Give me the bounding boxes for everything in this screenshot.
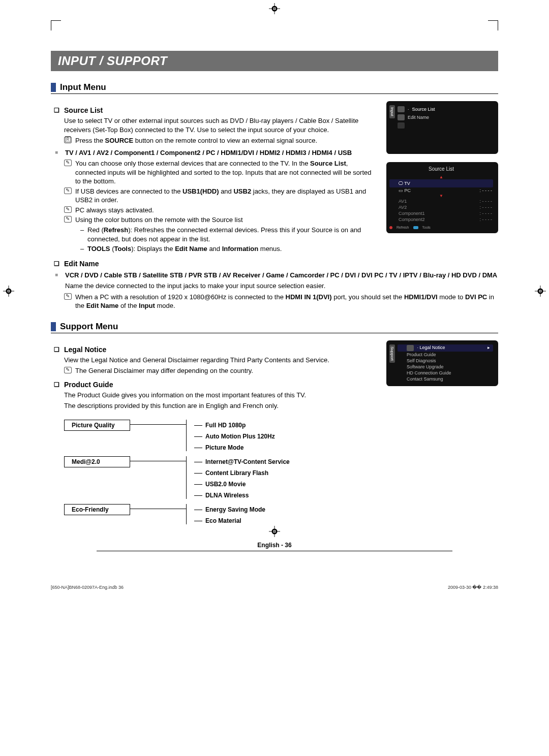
blank-icon <box>398 122 405 129</box>
osd-source-list: Source List ▲ 🖵 TV ▭ PC: - - - - ▼ AV1: … <box>386 162 498 233</box>
text-bold: Input <box>139 302 155 309</box>
registration-mark-top <box>269 3 280 14</box>
tree-group: Picture Quality <box>64 420 130 431</box>
subhead-source-list: Source List <box>64 106 377 114</box>
chevron-right-icon: ▸ <box>487 345 490 351</box>
text: and <box>219 187 234 195</box>
note: PC always stays activated. <box>75 206 377 215</box>
registration-mark-bottom <box>269 526 280 537</box>
page-footer: English - 36 <box>51 542 498 549</box>
osd-item: Product Guide <box>398 352 493 358</box>
tree-item: Content Library Flash <box>205 467 268 479</box>
crop-mark <box>488 20 498 30</box>
body-text: Name the device connected to the input j… <box>65 281 498 291</box>
tree-item: Full HD 1080p <box>205 420 246 431</box>
text: ): Refreshes the connected external devi… <box>87 226 361 243</box>
body-text: View the Legal Notice and General Discla… <box>64 356 377 365</box>
edit-icon <box>398 114 405 120</box>
osd-value: : - - - - <box>480 205 493 210</box>
text-bold: HDMI IN 1(DVI) <box>286 293 332 301</box>
text-bold: USB1(HDD) <box>182 187 219 195</box>
remote-note: Press the SOURCE button on the remote co… <box>75 136 377 145</box>
text-bold: HDMI1/DVI <box>404 293 438 301</box>
product-guide-tree: Picture Quality Full HD 1080p Auto Motio… <box>64 420 498 526</box>
body-text: The Product Guide gives you information … <box>64 391 377 400</box>
osd-item: Self Diagnosis <box>398 358 493 364</box>
plug-icon <box>398 106 405 112</box>
text: ( <box>110 245 114 253</box>
text-bold: Edit Name <box>175 245 207 253</box>
osd-item: HD Connection Guide <box>398 370 493 376</box>
text: Press the <box>75 137 105 144</box>
note: The General Disclaimer may differ depend… <box>75 366 377 375</box>
red-dot-icon <box>389 226 392 229</box>
section-title: Input Menu <box>60 82 106 92</box>
tree-item: Energy Saving Mode <box>205 504 265 515</box>
dash-note: Red (Refresh): Refreshes the connected e… <box>87 226 377 243</box>
osd-item: Legal Notice <box>420 345 445 350</box>
text-bold: Tools <box>114 245 132 253</box>
print-file: [650-NA]BN68-02097A-Eng.indb 36 <box>51 585 124 590</box>
text: When a PC with a resolution of 1920 x 10… <box>75 293 286 301</box>
registration-mark-left <box>3 286 14 297</box>
text: port, you should set the <box>332 293 404 301</box>
tree-group: Medi@2.0 <box>64 456 130 467</box>
text-bold: Refresh <box>104 226 128 234</box>
note: When a PC with a resolution of 1920 x 10… <box>75 293 498 310</box>
tree-group: Eco-Friendly <box>64 504 130 515</box>
osd-value: : - - - - <box>480 217 493 222</box>
osd-item: TV <box>404 181 410 186</box>
text-bold: Source List <box>310 160 346 167</box>
text: ): Displays the <box>131 245 175 253</box>
osd-support-menu: Support · Legal Notice▸ Product Guide Se… <box>386 340 498 386</box>
text: You can choose only those external devic… <box>75 160 310 167</box>
osd-item: Component2 <box>399 217 425 222</box>
section-block-icon <box>51 83 56 92</box>
osd-foot-label: Tools <box>422 226 431 229</box>
osd-item: AV2 <box>399 205 407 210</box>
osd-item: Contact Samsung <box>398 376 493 382</box>
section-input-menu: Input Menu <box>51 82 498 94</box>
dash-note: TOOLS (Tools): Displays the Edit Name an… <box>87 244 377 254</box>
subhead-legal-notice: Legal Notice <box>64 345 377 354</box>
note: Using the color buttons on the remote wi… <box>75 215 377 225</box>
text-bold: Information <box>222 245 259 253</box>
note: You can choose only those external devic… <box>75 159 377 186</box>
text: and <box>207 245 222 253</box>
text: menus. <box>258 245 282 253</box>
tree-item: Internet@TV-Content Service <box>205 456 290 467</box>
osd-value: : - - - - <box>480 188 493 193</box>
text: of the <box>118 302 139 309</box>
subhead-edit-name: Edit Name <box>64 260 498 268</box>
osd-value: : - - - - <box>480 211 493 216</box>
osd-side-tab: Input <box>389 105 395 118</box>
osd-item: Edit Name <box>408 115 429 120</box>
osd-item: Source List <box>412 107 435 112</box>
section-title: Support Menu <box>60 322 118 332</box>
footer-rule <box>97 551 452 551</box>
tools-icon <box>413 226 418 229</box>
body-text: The descriptions provided by this functi… <box>64 401 377 411</box>
text: mode. <box>155 302 175 309</box>
doc-icon <box>407 345 414 351</box>
osd-item: Component1 <box>399 211 425 216</box>
text-bold: SOURCE <box>105 137 134 144</box>
section-block-icon <box>51 322 56 331</box>
osd-side-tab: Support <box>389 344 395 363</box>
osd-title: Source List <box>389 166 493 172</box>
osd-item: Software Upgrade <box>398 364 493 370</box>
osd-foot-label: Refresh <box>396 226 409 229</box>
text: Red ( <box>87 226 104 234</box>
note: If USB devices are connected to the USB1… <box>75 187 377 205</box>
osd-item: PC <box>405 188 411 193</box>
edit-name-list: VCR / DVD / Cable STB / Satellite STB / … <box>65 271 498 280</box>
page-banner: INPUT / SUPPORT <box>51 51 498 71</box>
triangle-down-icon: ▼ <box>389 194 493 198</box>
section-support-menu: Support Menu <box>51 322 498 333</box>
text-bold: TOOLS <box>87 245 110 253</box>
osd-value: : - - - - <box>480 199 493 204</box>
tree-item: Auto Motion Plus 120Hz <box>205 431 275 442</box>
osd-input-menu: Input · Source List Edit Name <box>386 101 498 154</box>
registration-mark-right <box>535 286 546 297</box>
text-bold: DVI PC <box>465 293 487 301</box>
